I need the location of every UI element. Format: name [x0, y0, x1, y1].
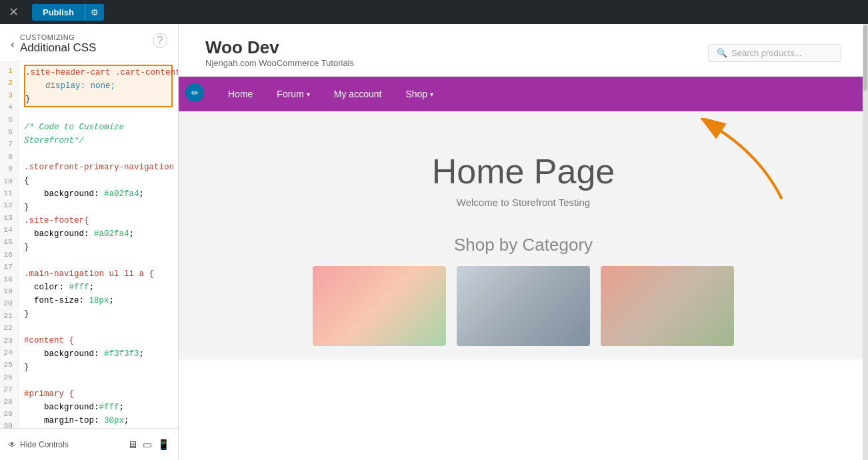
page-subheading: Welcome to Storefront Testing [457, 197, 590, 208]
sidebar-title-group: Customizing Additional CSS [20, 33, 96, 55]
help-button[interactable]: ? [153, 33, 167, 48]
site-header: Woo Dev Njengah.com WooCommerce Tutorial… [179, 24, 868, 77]
close-button[interactable]: ✕ [5, 4, 21, 20]
code-editor[interactable]: 1234567891011121314151617181920212223242… [0, 62, 178, 428]
site-branding: Woo Dev Njengah.com WooCommerce Tutorial… [205, 37, 354, 68]
page-heading: Home Page [432, 151, 615, 191]
publish-group: Publish ⚙ [32, 4, 104, 21]
top-bar: ✕ Publish ⚙ [0, 0, 868, 24]
category-cards [299, 266, 747, 346]
sidebar-title: Additional CSS [20, 41, 96, 55]
site-tagline: Njengah.com WooCommerce Tutorials [205, 58, 354, 68]
nav-bar: ✏ HomeForum▾My accountShop▾ [179, 77, 868, 111]
nav-item[interactable]: Shop▾ [396, 83, 443, 105]
publish-button[interactable]: Publish [32, 4, 85, 21]
search-placeholder: Search products... [731, 48, 802, 58]
main-content: Home Page Welcome to Storefront Testing … [179, 111, 868, 359]
search-icon: 🔍 [717, 48, 727, 58]
preview-scrollbar[interactable] [863, 24, 868, 460]
arrow-annotation [668, 118, 801, 207]
tablet-icon[interactable]: ▭ [143, 439, 152, 451]
category-card-1 [313, 266, 446, 346]
main-layout: ‹ Customizing Additional CSS ? 123456789… [0, 24, 868, 460]
category-card-2 [457, 266, 590, 346]
sidebar-header-left: ‹ Customizing Additional CSS [11, 33, 96, 55]
site-title: Woo Dev [205, 37, 354, 58]
eye-icon: 👁 [8, 440, 16, 449]
code-editor-inner[interactable]: 1234567891011121314151617181920212223242… [0, 62, 178, 428]
hide-controls-label: Hide Controls [20, 440, 69, 449]
nav-item[interactable]: My account [325, 83, 391, 105]
back-button[interactable]: ‹ [11, 37, 15, 51]
shop-by-category-heading: Shop by Category [454, 235, 593, 255]
publish-settings-button[interactable]: ⚙ [85, 4, 104, 21]
preview: Woo Dev Njengah.com WooCommerce Tutorial… [179, 24, 868, 460]
nav-item[interactable]: Forum▾ [267, 83, 319, 105]
code-content[interactable]: .site-header-cart .cart-contents { displ… [19, 62, 178, 428]
mobile-icon[interactable]: 📱 [157, 439, 170, 451]
gear-icon: ⚙ [91, 7, 99, 17]
sidebar: ‹ Customizing Additional CSS ? 123456789… [0, 24, 179, 460]
customizing-label: Customizing [20, 33, 96, 41]
desktop-icon[interactable]: 🖥 [127, 439, 137, 451]
line-numbers: 1234567891011121314151617181920212223242… [0, 62, 19, 428]
search-box[interactable]: 🔍 Search products... [708, 44, 841, 62]
sidebar-header: ‹ Customizing Additional CSS ? [0, 24, 178, 62]
nav-edit-icon[interactable]: ✏ [185, 83, 204, 102]
preview-scrollbar-thumb [863, 25, 867, 91]
category-card-3 [601, 266, 734, 346]
nav-item[interactable]: Home [219, 83, 262, 105]
nav-items: HomeForum▾My accountShop▾ [219, 83, 443, 105]
device-icons: 🖥 ▭ 📱 [127, 439, 170, 451]
hide-controls-button[interactable]: 👁 Hide Controls [8, 440, 69, 449]
preview-inner: Woo Dev Njengah.com WooCommerce Tutorial… [179, 24, 868, 460]
sidebar-bottom: 👁 Hide Controls 🖥 ▭ 📱 [0, 428, 178, 460]
